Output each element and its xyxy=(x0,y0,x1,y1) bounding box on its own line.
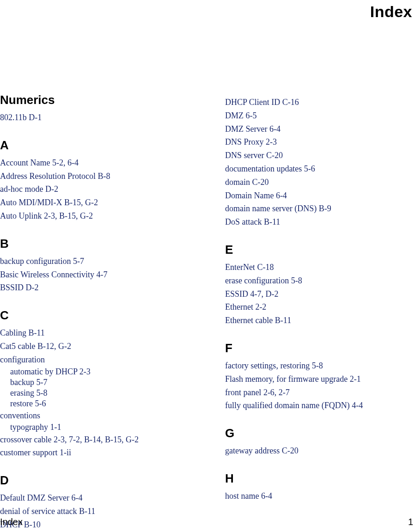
index-subentry[interactable]: automatic by DHCP 2-3 xyxy=(10,367,225,377)
index-entry[interactable]: DMZ 6-5 xyxy=(225,109,413,122)
index-entry[interactable]: BSSID D-2 xyxy=(0,281,225,294)
index-columns: Numerics 802.11b D-1 A Account Name 5-2,… xyxy=(0,93,413,532)
index-entry[interactable]: fully qualified domain name (FQDN) 4-4 xyxy=(225,399,413,412)
index-entry[interactable]: erase configuration 5-8 xyxy=(225,274,413,287)
index-entry[interactable]: DNS Proxy 2-3 xyxy=(225,135,413,149)
index-entry[interactable]: DNS server C-20 xyxy=(225,149,413,162)
index-entry[interactable]: Ethernet 2-2 xyxy=(225,300,413,314)
index-entry[interactable]: denial of service attack B-11 xyxy=(0,505,225,518)
footer-page-number: 1 xyxy=(408,517,413,527)
index-entry[interactable]: Default DMZ Server 6-4 xyxy=(0,491,225,505)
index-subentry[interactable]: backup 5-7 xyxy=(10,377,225,388)
index-entry[interactable]: DoS attack B-11 xyxy=(225,215,413,229)
section-c: C xyxy=(0,308,225,323)
index-entry[interactable]: Basic Wireless Connectivity 4-7 xyxy=(0,268,225,281)
index-entry[interactable]: Auto Uplink 2-3, B-15, G-2 xyxy=(0,209,225,223)
index-entry[interactable]: Flash memory, for firmware upgrade 2-1 xyxy=(225,373,413,386)
page-title: Index xyxy=(0,3,413,21)
index-entry[interactable]: Cat5 cable B-12, G-2 xyxy=(0,340,225,353)
index-entry[interactable]: Auto MDI/MDI-X B-15, G-2 xyxy=(0,196,225,209)
index-entry[interactable]: ESSID 4-7, D-2 xyxy=(225,287,413,301)
index-entry[interactable]: gateway address C-20 xyxy=(225,444,413,458)
section-numerics: Numerics xyxy=(0,93,225,107)
page-footer: Index 1 xyxy=(0,517,413,527)
right-column: DHCP Client ID C-16 DMZ 6-5 DMZ Server 6… xyxy=(225,93,413,532)
section-h: H xyxy=(225,471,413,486)
index-entry[interactable]: crossover cable 2-3, 7-2, B-14, B-15, G-… xyxy=(0,433,225,446)
section-d: D xyxy=(0,473,225,488)
index-entry[interactable]: Address Resolution Protocol B-8 xyxy=(0,170,225,183)
index-entry[interactable]: backup configuration 5-7 xyxy=(0,255,225,268)
index-entry[interactable]: documentation updates 5-6 xyxy=(225,162,413,176)
index-entry[interactable]: EnterNet C-18 xyxy=(225,261,413,274)
index-entry[interactable]: Account Name 5-2, 6-4 xyxy=(0,156,225,170)
sub-entries: typography 1-1 xyxy=(0,422,225,433)
index-subentry[interactable]: erasing 5-8 xyxy=(10,388,225,398)
index-entry[interactable]: Ethernet cable B-11 xyxy=(225,314,413,327)
index-entry[interactable]: configuration xyxy=(0,353,225,367)
index-entry[interactable]: 802.11b D-1 xyxy=(0,111,225,124)
footer-label: Index xyxy=(0,517,23,527)
index-entry[interactable]: domain C-20 xyxy=(225,176,413,189)
page: Index Numerics 802.11b D-1 A Account Nam… xyxy=(0,0,415,532)
index-entry[interactable]: factory settings, restoring 5-8 xyxy=(225,359,413,373)
section-f: F xyxy=(225,341,413,355)
section-b: B xyxy=(0,237,225,251)
index-entry[interactable]: conventions xyxy=(0,409,225,422)
index-entry[interactable]: Cabling B-11 xyxy=(0,326,225,340)
index-entry[interactable]: domain name server (DNS) B-9 xyxy=(225,202,413,215)
index-entry[interactable]: front panel 2-6, 2-7 xyxy=(225,386,413,399)
sub-entries: automatic by DHCP 2-3 backup 5-7 erasing… xyxy=(0,367,225,409)
index-subentry[interactable]: typography 1-1 xyxy=(10,422,225,433)
section-g: G xyxy=(225,426,413,440)
index-entry[interactable]: Domain Name 6-4 xyxy=(225,189,413,202)
index-entry[interactable]: ad-hoc mode D-2 xyxy=(0,183,225,196)
index-entry[interactable]: DMZ Server 6-4 xyxy=(225,122,413,136)
index-entry[interactable]: customer support 1-ii xyxy=(0,446,225,459)
index-entry[interactable]: DHCP Client ID C-16 xyxy=(225,96,413,109)
index-entry[interactable]: host name 6-4 xyxy=(225,489,413,503)
left-column: Numerics 802.11b D-1 A Account Name 5-2,… xyxy=(0,93,225,532)
section-e: E xyxy=(225,243,413,257)
section-a: A xyxy=(0,138,225,153)
index-subentry[interactable]: restore 5-6 xyxy=(10,398,225,409)
